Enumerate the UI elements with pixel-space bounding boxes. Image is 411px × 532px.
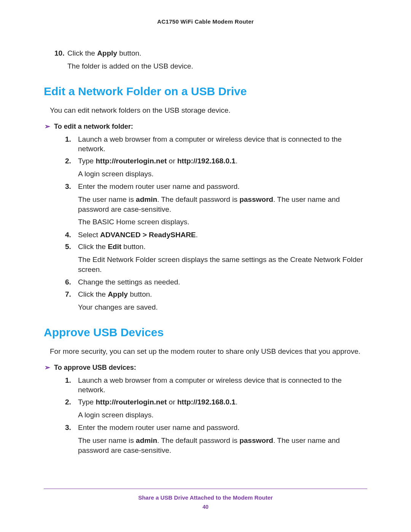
bold-text: Edit (108, 243, 121, 251)
list-item: 3. Enter the modem router user name and … (65, 423, 367, 433)
text: The user name is (78, 195, 136, 203)
list-item: 10. Click the Apply button. (54, 48, 367, 58)
footer-rule (44, 489, 367, 489)
bold-text: Apply (108, 290, 128, 298)
text: Select (78, 231, 100, 239)
bold-text: Apply (97, 49, 117, 57)
task-heading: ➢ To edit a network folder: (44, 122, 367, 131)
bold-text: http://192.168.0.1 (177, 157, 236, 165)
task-heading: ➢ To approve USB devices: (44, 363, 367, 372)
product-name: AC1750 WiFi Cable Modem Router (157, 18, 254, 25)
step-number: 2. (65, 397, 78, 407)
bold-text: password (239, 436, 273, 444)
step-number: 1. (65, 375, 78, 395)
step-number: 2. (65, 156, 78, 166)
step-number: 1. (65, 134, 78, 154)
text: Click the (78, 290, 108, 298)
ordered-list: 1. Launch a web browser from a computer … (44, 134, 367, 312)
step-number: 7. (65, 289, 78, 299)
text: . (236, 398, 237, 406)
step-text: Click the Apply button. (78, 289, 367, 299)
text: or (167, 398, 177, 406)
step-result: The user name is admin. The default pass… (78, 436, 367, 455)
list-item: 1. Launch a web browser from a computer … (65, 375, 367, 395)
step-text: Change the settings as needed. (78, 277, 367, 287)
text: or (167, 157, 177, 165)
footer-chapter: Share a USB Drive Attached to the Modem … (44, 494, 367, 501)
text: Click the (67, 49, 97, 57)
step-text: Enter the modem router user name and pas… (78, 182, 367, 192)
step-result: A login screen displays. (78, 410, 367, 420)
text: button. (128, 290, 152, 298)
step-text: Click the Edit button. (78, 242, 367, 252)
step-text: Type http://routerlogin.net or http://19… (78, 156, 367, 166)
page: AC1750 WiFi Cable Modem Router 10. Click… (0, 0, 411, 532)
bold-text: password (239, 195, 273, 203)
step-text: Launch a web browser from a computer or … (78, 134, 367, 154)
page-content: 10. Click the Apply button. The folder i… (44, 25, 367, 455)
step-text: Launch a web browser from a computer or … (78, 375, 367, 395)
text: Click the (78, 243, 108, 251)
task-title: To edit a network folder: (54, 122, 133, 131)
list-item: 2. Type http://routerlogin.net or http:/… (65, 156, 367, 166)
chevron-right-icon: ➢ (45, 122, 50, 131)
text: . (236, 157, 237, 165)
section-intro: You can edit network folders on the USB … (50, 105, 367, 115)
text: button. (121, 243, 145, 251)
chevron-right-icon: ➢ (45, 363, 50, 372)
step-result: The user name is admin. The default pass… (78, 195, 367, 214)
footer-page-number: 40 (44, 504, 367, 510)
list-item: 5. Click the Edit button. (65, 242, 367, 252)
section-intro: For more security, you can set up the mo… (50, 347, 367, 356)
step-text: Enter the modem router user name and pas… (78, 423, 367, 433)
bold-text: admin (136, 436, 157, 444)
bold-text: http://192.168.0.1 (177, 398, 236, 406)
page-footer: Share a USB Drive Attached to the Modem … (44, 489, 367, 510)
list-item: 7. Click the Apply button. (65, 289, 367, 299)
step-result: The folder is added on the USB device. (67, 61, 367, 71)
step-result: A login screen displays. (78, 169, 367, 179)
list-item: 4. Select ADVANCED > ReadySHARE. (65, 230, 367, 240)
bold-text: http://routerlogin.net (96, 157, 167, 165)
step-number: 5. (65, 242, 78, 252)
step-number: 4. (65, 230, 78, 240)
bold-text: admin (136, 195, 157, 203)
text: Type (78, 157, 96, 165)
step-result: The Edit Network Folder screen displays … (78, 255, 367, 274)
step-number: 10. (54, 48, 67, 58)
text: Type (78, 398, 96, 406)
text: . (196, 231, 198, 239)
step-number: 6. (65, 277, 78, 287)
text: The user name is (78, 436, 136, 444)
step-result: Your changes are saved. (78, 302, 367, 312)
text: button. (117, 49, 141, 57)
section-heading: Edit a Network Folder on a USB Drive (44, 84, 367, 99)
list-item: 1. Launch a web browser from a computer … (65, 134, 367, 154)
list-item: 3. Enter the modem router user name and … (65, 182, 367, 192)
list-item: 2. Type http://routerlogin.net or http:/… (65, 397, 367, 407)
bold-text: ADVANCED > ReadySHARE (100, 231, 196, 239)
task-title: To approve USB devices: (54, 363, 136, 372)
text: . The default password is (157, 195, 239, 203)
text: . The default password is (157, 436, 239, 444)
step-text: Click the Apply button. (67, 48, 367, 58)
ordered-list: 1. Launch a web browser from a computer … (44, 375, 367, 455)
list-item: 6. Change the settings as needed. (65, 277, 367, 287)
step-text: Select ADVANCED > ReadySHARE. (78, 230, 367, 240)
step-result: The BASIC Home screen displays. (78, 217, 367, 227)
section-heading: Approve USB Devices (44, 325, 367, 340)
step-number: 3. (65, 182, 78, 192)
step-text: Type http://routerlogin.net or http://19… (78, 397, 367, 407)
bold-text: http://routerlogin.net (96, 398, 167, 406)
step-number: 3. (65, 423, 78, 433)
page-header: AC1750 WiFi Cable Modem Router (44, 18, 367, 25)
